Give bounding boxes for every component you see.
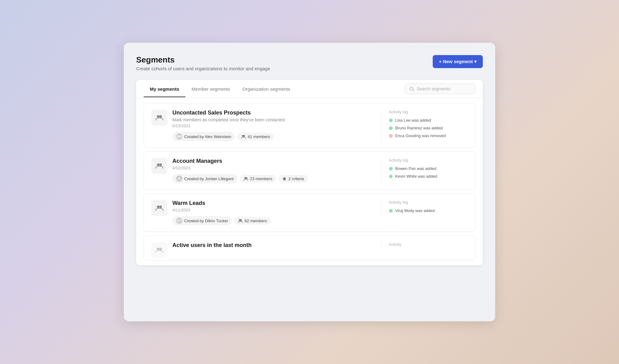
segment-info: Account Managers 4/12/2023 JL Created by… <box>172 158 375 183</box>
creator-badge: JL Created by Jordan Lillegard <box>172 174 237 183</box>
svg-point-7 <box>159 163 162 166</box>
criteria-badge: 2 criteria <box>279 175 308 183</box>
segment-group-icon <box>155 113 164 122</box>
activity-text: Kevin White was added <box>395 174 437 179</box>
segment-desc: Mark members as completed once they've b… <box>172 117 375 122</box>
members-count: 41 members <box>248 134 270 139</box>
segment-info: Uncontacted Sales Prospects Mark members… <box>172 110 375 141</box>
segment-card[interactable]: Warm Leads 4/11/2023 DT Created by Dillo… <box>144 193 475 232</box>
app-container: Segments Create cohorts of users and org… <box>124 43 495 321</box>
new-segment-button[interactable]: + New segment ▾ <box>433 55 483 68</box>
members-badge: 62 members <box>234 217 271 225</box>
segment-card[interactable]: Uncontacted Sales Prospects Mark members… <box>144 103 475 148</box>
activity-item: ⊕ Viraj Mody was added <box>389 208 468 214</box>
criteria-icon <box>282 176 287 181</box>
remove-icon: ⊖ <box>389 133 393 139</box>
svg-point-2 <box>157 115 159 118</box>
add-icon: ⊕ <box>389 117 393 123</box>
segment-activity: Activity log ⊕ Lisa Lee was added ⊕ Brun… <box>381 110 468 141</box>
add-icon: ⊕ <box>389 173 393 179</box>
svg-point-3 <box>159 115 162 118</box>
avatar: AW <box>176 133 182 140</box>
avatar: JL <box>176 176 182 182</box>
segments-list: Uncontacted Sales Prospects Mark members… <box>136 98 483 265</box>
segment-icon-box <box>151 110 167 126</box>
criteria-count: 2 criteria <box>288 176 304 181</box>
creator-badge: AW Created by Alex Weinstein <box>172 132 235 141</box>
add-icon: ⊕ <box>389 166 393 171</box>
segment-left: Active users in the last month <box>151 242 375 258</box>
tab-my-segments[interactable]: My segments <box>144 81 185 97</box>
svg-point-9 <box>246 177 247 179</box>
segment-meta: AW Created by Alex Weinstein 41 members <box>172 132 375 141</box>
segment-left: Warm Leads 4/11/2023 DT Created by Dillo… <box>151 200 375 225</box>
segment-card-partial[interactable]: Active users in the last month Activity <box>144 236 475 260</box>
creator-label: Created by Jordan Lillegard <box>184 176 234 181</box>
tab-member-segments[interactable]: Member segments <box>185 81 236 97</box>
new-segment-label: + New segment ▾ <box>439 59 477 64</box>
search-icon <box>409 87 414 91</box>
activity-item: ⊕ Lisa Lee was added <box>389 117 468 123</box>
activity-text: Lisa Lee was added <box>395 118 431 123</box>
svg-point-11 <box>159 206 162 208</box>
activity-item: ⊕ Bowen Pan was added <box>389 166 468 171</box>
tabs-nav: My segments Member segments Organization… <box>144 81 297 97</box>
segment-group-icon <box>155 204 164 212</box>
activity-log-title: Activity log <box>389 110 468 114</box>
segment-meta: JL Created by Jordan Lillegard 23 member… <box>172 174 375 183</box>
search-input[interactable] <box>417 86 471 91</box>
members-badge: 41 members <box>237 133 274 141</box>
segment-group-icon <box>155 246 164 254</box>
members-badge: 23 members <box>240 175 276 183</box>
search-box[interactable] <box>405 84 475 94</box>
segment-name: Warm Leads <box>172 200 375 206</box>
tabs-bar: My segments Member segments Organization… <box>136 80 483 98</box>
creator-label: Created by Alex Weinstein <box>184 134 231 139</box>
segment-date: 6/23/2023 <box>172 124 375 128</box>
segment-name: Active users in the last month <box>172 242 375 249</box>
avatar: DT <box>176 218 182 224</box>
segment-icon-box <box>151 158 167 174</box>
activity-text: Bruno Ramirez was added <box>395 126 443 130</box>
page-header: Segments Create cohorts of users and org… <box>136 55 483 71</box>
segment-info: Active users in the last month <box>172 242 375 250</box>
members-count: 23 members <box>250 176 272 181</box>
tab-organization-segments[interactable]: Organization segments <box>236 81 296 97</box>
svg-point-13 <box>240 219 242 221</box>
activity-text: Bowen Pan was added <box>395 166 436 171</box>
segment-icon-box <box>151 242 167 258</box>
svg-point-10 <box>157 206 159 208</box>
activity-item: ⊕ Bruno Ramirez was added <box>389 125 468 131</box>
main-card: My segments Member segments Organization… <box>136 80 483 265</box>
segment-meta: DT Created by Dillon Tucker 62 members <box>172 216 375 225</box>
add-icon: ⊕ <box>389 125 393 131</box>
segment-activity-partial: Activity <box>381 242 468 250</box>
segment-name: Account Managers <box>172 158 375 164</box>
page-title: Segments <box>136 55 270 65</box>
svg-point-6 <box>157 163 159 166</box>
segment-icon-box <box>151 200 167 216</box>
segment-info: Warm Leads 4/11/2023 DT Created by Dillo… <box>172 200 375 225</box>
segment-name: Uncontacted Sales Prospects <box>172 110 375 116</box>
page-title-block: Segments Create cohorts of users and org… <box>136 55 270 71</box>
activity-log-title: Activity <box>389 242 468 247</box>
svg-line-1 <box>413 90 414 91</box>
activity-item: ⊖ Erica Gooding was removed <box>389 133 468 139</box>
activity-log-title: Activity log <box>389 158 468 162</box>
members-icon <box>241 134 246 139</box>
activity-text: Erica Gooding was removed <box>395 133 446 138</box>
activity-text: Viraj Mody was added <box>395 208 435 213</box>
svg-point-15 <box>159 248 162 250</box>
creator-badge: DT Created by Dillon Tucker <box>172 216 232 225</box>
activity-item: ⊕ Kevin White was added <box>389 173 468 179</box>
members-count: 62 members <box>245 219 267 223</box>
segment-card[interactable]: Account Managers 4/12/2023 JL Created by… <box>144 151 475 190</box>
segment-activity: Activity log ⊕ Viraj Mody was added <box>381 200 468 215</box>
segment-date: 4/12/2023 <box>172 166 375 170</box>
add-icon: ⊕ <box>389 208 393 214</box>
segment-activity: Activity log ⊕ Bowen Pan was added ⊕ Kev… <box>381 158 468 181</box>
svg-point-5 <box>243 135 245 136</box>
segment-left: Account Managers 4/12/2023 JL Created by… <box>151 158 375 183</box>
members-icon <box>238 219 243 223</box>
segment-left: Uncontacted Sales Prospects Mark members… <box>151 110 375 141</box>
